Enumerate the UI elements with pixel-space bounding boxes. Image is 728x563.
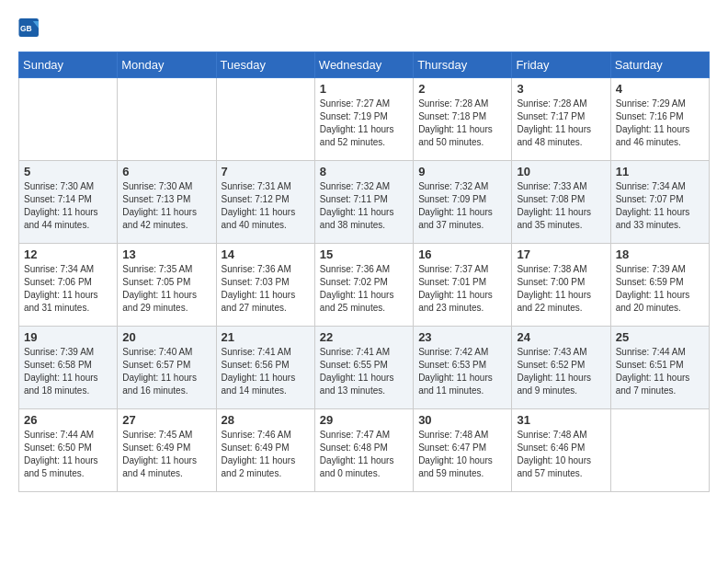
calendar-cell: 25Sunrise: 7:44 AM Sunset: 6:51 PM Dayli… bbox=[610, 327, 709, 409]
day-info: Sunrise: 7:33 AM Sunset: 7:08 PM Dayligh… bbox=[517, 180, 605, 232]
day-info: Sunrise: 7:29 AM Sunset: 7:16 PM Dayligh… bbox=[616, 98, 704, 149]
calendar-cell: 19Sunrise: 7:39 AM Sunset: 6:58 PM Dayli… bbox=[19, 327, 118, 409]
calendar-cell: 27Sunrise: 7:45 AM Sunset: 6:49 PM Dayli… bbox=[118, 409, 216, 492]
day-number: 13 bbox=[122, 247, 210, 261]
day-number: 3 bbox=[517, 82, 605, 96]
day-number: 8 bbox=[320, 165, 408, 178]
day-info: Sunrise: 7:39 AM Sunset: 6:58 PM Dayligh… bbox=[24, 346, 112, 397]
calendar-cell: 29Sunrise: 7:47 AM Sunset: 6:48 PM Dayli… bbox=[314, 409, 413, 492]
calendar-cell: 18Sunrise: 7:39 AM Sunset: 6:59 PM Dayli… bbox=[610, 244, 709, 327]
day-number: 16 bbox=[418, 247, 506, 261]
calendar-cell bbox=[19, 78, 118, 161]
day-number: 30 bbox=[418, 413, 506, 427]
day-number: 20 bbox=[122, 330, 210, 344]
day-number: 19 bbox=[24, 330, 112, 344]
day-number: 22 bbox=[320, 330, 408, 344]
day-number: 29 bbox=[320, 413, 408, 427]
calendar-cell: 3Sunrise: 7:28 AM Sunset: 7:17 PM Daylig… bbox=[512, 78, 610, 161]
day-info: Sunrise: 7:44 AM Sunset: 6:50 PM Dayligh… bbox=[24, 429, 112, 480]
calendar-week-row: 1Sunrise: 7:27 AM Sunset: 7:19 PM Daylig… bbox=[19, 78, 710, 161]
day-number: 6 bbox=[122, 165, 210, 178]
calendar-cell: 12Sunrise: 7:34 AM Sunset: 7:06 PM Dayli… bbox=[19, 244, 118, 327]
calendar-cell: 21Sunrise: 7:41 AM Sunset: 6:56 PM Dayli… bbox=[216, 327, 314, 409]
weekday-header: Friday bbox=[512, 52, 610, 78]
calendar-cell bbox=[216, 78, 314, 161]
page-header: GB bbox=[18, 18, 710, 37]
day-number: 12 bbox=[24, 247, 112, 261]
calendar-cell: 7Sunrise: 7:31 AM Sunset: 7:12 PM Daylig… bbox=[216, 161, 314, 244]
day-info: Sunrise: 7:48 AM Sunset: 6:47 PM Dayligh… bbox=[418, 429, 506, 480]
weekday-header: Monday bbox=[118, 52, 216, 78]
day-info: Sunrise: 7:28 AM Sunset: 7:18 PM Dayligh… bbox=[418, 98, 506, 149]
day-info: Sunrise: 7:41 AM Sunset: 6:55 PM Dayligh… bbox=[320, 346, 408, 397]
weekday-header-row: SundayMondayTuesdayWednesdayThursdayFrid… bbox=[19, 52, 710, 78]
day-number: 25 bbox=[616, 330, 704, 344]
day-info: Sunrise: 7:47 AM Sunset: 6:48 PM Dayligh… bbox=[320, 429, 408, 480]
calendar-week-row: 12Sunrise: 7:34 AM Sunset: 7:06 PM Dayli… bbox=[19, 244, 710, 327]
calendar-cell: 23Sunrise: 7:42 AM Sunset: 6:53 PM Dayli… bbox=[414, 327, 512, 409]
day-info: Sunrise: 7:35 AM Sunset: 7:05 PM Dayligh… bbox=[122, 263, 210, 315]
day-number: 4 bbox=[616, 82, 704, 96]
day-number: 14 bbox=[222, 247, 310, 261]
day-info: Sunrise: 7:30 AM Sunset: 7:13 PM Dayligh… bbox=[122, 180, 210, 232]
svg-text:GB: GB bbox=[20, 24, 32, 33]
calendar-cell: 30Sunrise: 7:48 AM Sunset: 6:47 PM Dayli… bbox=[414, 409, 512, 492]
calendar-cell: 5Sunrise: 7:30 AM Sunset: 7:14 PM Daylig… bbox=[19, 161, 118, 244]
calendar-cell: 6Sunrise: 7:30 AM Sunset: 7:13 PM Daylig… bbox=[118, 161, 216, 244]
day-info: Sunrise: 7:42 AM Sunset: 6:53 PM Dayligh… bbox=[418, 346, 506, 397]
day-number: 15 bbox=[320, 247, 408, 261]
day-info: Sunrise: 7:37 AM Sunset: 7:01 PM Dayligh… bbox=[418, 263, 506, 315]
calendar-cell: 14Sunrise: 7:36 AM Sunset: 7:03 PM Dayli… bbox=[216, 244, 314, 327]
day-info: Sunrise: 7:30 AM Sunset: 7:14 PM Dayligh… bbox=[24, 180, 112, 232]
day-info: Sunrise: 7:46 AM Sunset: 6:49 PM Dayligh… bbox=[222, 429, 310, 480]
calendar-cell bbox=[118, 78, 216, 161]
logo-icon: GB bbox=[18, 18, 40, 37]
calendar-cell: 2Sunrise: 7:28 AM Sunset: 7:18 PM Daylig… bbox=[414, 78, 512, 161]
day-info: Sunrise: 7:40 AM Sunset: 6:57 PM Dayligh… bbox=[122, 346, 210, 397]
day-info: Sunrise: 7:48 AM Sunset: 6:46 PM Dayligh… bbox=[517, 429, 605, 480]
calendar-cell: 8Sunrise: 7:32 AM Sunset: 7:11 PM Daylig… bbox=[314, 161, 413, 244]
calendar-cell: 17Sunrise: 7:38 AM Sunset: 7:00 PM Dayli… bbox=[512, 244, 610, 327]
day-number: 17 bbox=[517, 247, 605, 261]
calendar-cell: 9Sunrise: 7:32 AM Sunset: 7:09 PM Daylig… bbox=[414, 161, 512, 244]
day-info: Sunrise: 7:36 AM Sunset: 7:02 PM Dayligh… bbox=[320, 263, 408, 315]
day-info: Sunrise: 7:34 AM Sunset: 7:06 PM Dayligh… bbox=[24, 263, 112, 315]
weekday-header: Thursday bbox=[414, 52, 512, 78]
day-info: Sunrise: 7:44 AM Sunset: 6:51 PM Dayligh… bbox=[616, 346, 704, 397]
logo: GB bbox=[18, 18, 44, 37]
day-number: 5 bbox=[24, 165, 112, 178]
day-info: Sunrise: 7:28 AM Sunset: 7:17 PM Dayligh… bbox=[517, 98, 605, 149]
calendar-cell: 31Sunrise: 7:48 AM Sunset: 6:46 PM Dayli… bbox=[512, 409, 610, 492]
weekday-header: Sunday bbox=[19, 52, 118, 78]
day-number: 2 bbox=[418, 82, 506, 96]
day-number: 21 bbox=[222, 330, 310, 344]
calendar-cell: 11Sunrise: 7:34 AM Sunset: 7:07 PM Dayli… bbox=[610, 161, 709, 244]
calendar-cell: 26Sunrise: 7:44 AM Sunset: 6:50 PM Dayli… bbox=[19, 409, 118, 492]
calendar-cell: 4Sunrise: 7:29 AM Sunset: 7:16 PM Daylig… bbox=[610, 78, 709, 161]
calendar-cell: 22Sunrise: 7:41 AM Sunset: 6:55 PM Dayli… bbox=[314, 327, 413, 409]
calendar-week-row: 5Sunrise: 7:30 AM Sunset: 7:14 PM Daylig… bbox=[19, 161, 710, 244]
calendar-table: SundayMondayTuesdayWednesdayThursdayFrid… bbox=[18, 52, 710, 492]
day-info: Sunrise: 7:32 AM Sunset: 7:11 PM Dayligh… bbox=[320, 180, 408, 232]
calendar-cell: 16Sunrise: 7:37 AM Sunset: 7:01 PM Dayli… bbox=[414, 244, 512, 327]
day-number: 28 bbox=[222, 413, 310, 427]
calendar-cell: 28Sunrise: 7:46 AM Sunset: 6:49 PM Dayli… bbox=[216, 409, 314, 492]
day-number: 31 bbox=[517, 413, 605, 427]
calendar-cell: 10Sunrise: 7:33 AM Sunset: 7:08 PM Dayli… bbox=[512, 161, 610, 244]
calendar-cell bbox=[610, 409, 709, 492]
calendar-cell: 1Sunrise: 7:27 AM Sunset: 7:19 PM Daylig… bbox=[314, 78, 413, 161]
day-number: 11 bbox=[616, 165, 704, 178]
day-number: 7 bbox=[222, 165, 310, 178]
day-number: 18 bbox=[616, 247, 704, 261]
day-info: Sunrise: 7:27 AM Sunset: 7:19 PM Dayligh… bbox=[320, 98, 408, 149]
day-number: 9 bbox=[418, 165, 506, 178]
day-info: Sunrise: 7:45 AM Sunset: 6:49 PM Dayligh… bbox=[122, 429, 210, 480]
day-number: 27 bbox=[122, 413, 210, 427]
calendar-cell: 15Sunrise: 7:36 AM Sunset: 7:02 PM Dayli… bbox=[314, 244, 413, 327]
day-info: Sunrise: 7:39 AM Sunset: 6:59 PM Dayligh… bbox=[616, 263, 704, 315]
day-info: Sunrise: 7:32 AM Sunset: 7:09 PM Dayligh… bbox=[418, 180, 506, 232]
weekday-header: Wednesday bbox=[314, 52, 413, 78]
calendar-cell: 20Sunrise: 7:40 AM Sunset: 6:57 PM Dayli… bbox=[118, 327, 216, 409]
day-info: Sunrise: 7:41 AM Sunset: 6:56 PM Dayligh… bbox=[222, 346, 310, 397]
weekday-header: Saturday bbox=[610, 52, 709, 78]
